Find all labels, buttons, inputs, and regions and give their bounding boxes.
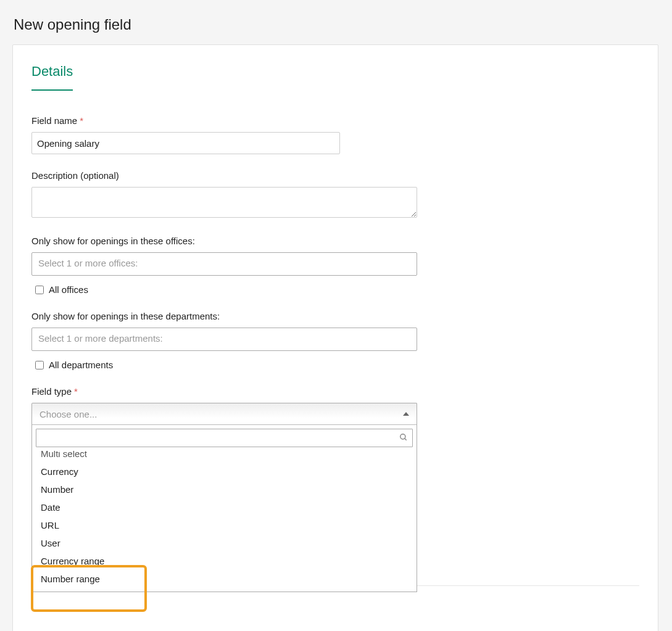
dropdown-list[interactable]: Multi select Currency Number Date URL Us… xyxy=(32,451,417,592)
form-panel: Details Field name* Description (optiona… xyxy=(12,44,658,631)
all-departments-row: All departments xyxy=(31,360,639,370)
dropdown-option[interactable]: Number xyxy=(32,480,417,498)
dropdown-option[interactable]: Date xyxy=(32,498,417,516)
dropdown-search-input[interactable] xyxy=(36,429,413,447)
field-name-input[interactable] xyxy=(31,132,340,154)
dropdown-search-wrap xyxy=(32,425,417,451)
all-offices-row: All offices xyxy=(31,284,639,295)
departments-group: Only show for openings in these departme… xyxy=(31,311,639,370)
dropdown-option[interactable]: User xyxy=(32,534,417,552)
all-departments-label[interactable]: All departments xyxy=(49,360,113,370)
field-type-group: Field type* Choose one... xyxy=(31,386,639,425)
description-group: Description (optional) xyxy=(31,170,639,220)
description-textarea[interactable] xyxy=(31,187,417,218)
dropdown-option-currency-range[interactable]: Currency range xyxy=(32,552,417,570)
departments-label: Only show for openings in these departme… xyxy=(31,311,639,321)
field-type-label: Field type* xyxy=(31,386,639,397)
all-offices-checkbox[interactable] xyxy=(35,286,44,294)
field-name-label-text: Field name xyxy=(31,115,77,126)
required-indicator: * xyxy=(74,386,78,397)
panel-body: Details Field name* Description (optiona… xyxy=(13,45,658,631)
dropdown-option[interactable]: URL xyxy=(32,516,417,534)
all-offices-label[interactable]: All offices xyxy=(49,284,88,295)
field-type-placeholder: Choose one... xyxy=(39,409,97,419)
caret-up-icon xyxy=(403,412,409,416)
offices-group: Only show for openings in these offices:… xyxy=(31,236,639,295)
all-departments-checkbox[interactable] xyxy=(35,361,44,369)
field-type-label-text: Field type xyxy=(31,386,72,397)
field-name-group: Field name* xyxy=(31,115,639,154)
dropdown-option[interactable]: Currency xyxy=(32,463,417,480)
description-label: Description (optional) xyxy=(31,170,639,181)
dropdown-option-number-range[interactable]: Number range xyxy=(32,570,417,588)
field-type-select-container: Choose one... Multi sel xyxy=(31,403,417,425)
divider xyxy=(31,585,639,631)
offices-label: Only show for openings in these offices: xyxy=(31,236,639,246)
required-indicator: * xyxy=(80,115,83,126)
departments-multiselect[interactable]: Select 1 or more departments: xyxy=(31,328,417,351)
field-type-select[interactable]: Choose one... xyxy=(31,403,417,425)
field-name-label: Field name* xyxy=(31,115,639,126)
field-type-dropdown: Multi select Currency Number Date URL Us… xyxy=(31,425,417,592)
dropdown-option[interactable]: Multi select xyxy=(32,451,417,463)
page-title: New opening field xyxy=(0,0,672,44)
offices-multiselect[interactable]: Select 1 or more offices: xyxy=(31,252,417,276)
tab-details[interactable]: Details xyxy=(31,64,73,91)
